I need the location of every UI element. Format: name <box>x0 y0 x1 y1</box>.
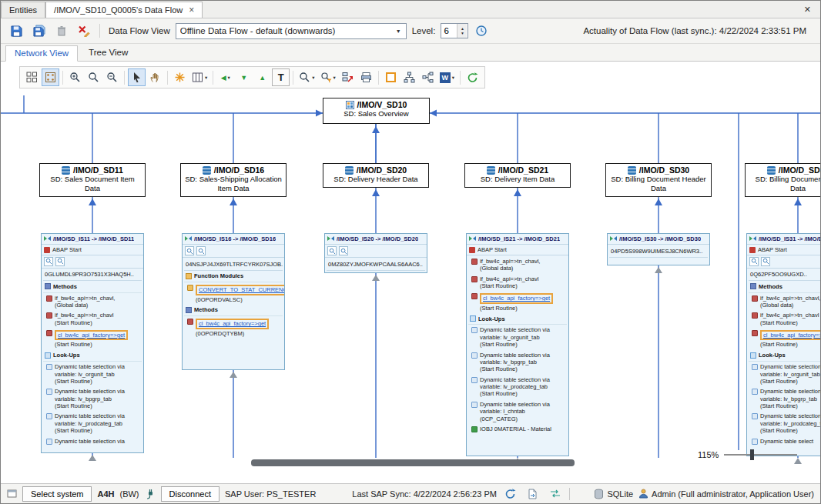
routine-link[interactable]: cl_bw4c_api_factory=>get <box>199 320 266 327</box>
entity-node[interactable]: /IMO/D_SD11SD: Sales Document Item Data <box>39 163 146 197</box>
jump-to-start-icon[interactable]: ◀▾ <box>216 68 234 86</box>
item-line: (Start Routine) <box>760 378 820 385</box>
lookup-icon <box>46 364 52 370</box>
item-line: variable: lv_bpgrp_tab <box>760 396 820 402</box>
method-icon <box>471 259 478 265</box>
horizontal-scrollbar[interactable] <box>251 459 575 466</box>
transformation-panel[interactable]: /IMO/SD_IS21 -> /IMO/D_SD21ABAP Startif_… <box>466 233 569 456</box>
admin-label: Admin (Full administrator, Application U… <box>652 489 814 499</box>
zoom-slider-thumb[interactable] <box>750 449 754 460</box>
delete-button[interactable] <box>52 22 71 41</box>
tab-network-view[interactable]: Network View <box>5 45 78 62</box>
compare-sync-button[interactable] <box>547 486 564 502</box>
tab-tree-view[interactable]: Tree View <box>79 45 137 61</box>
select-cursor-icon[interactable] <box>128 68 146 86</box>
entity-node[interactable]: /IMO/D_SD30SD: Billing Document Header D… <box>605 163 712 197</box>
save-all-button[interactable] <box>29 22 49 41</box>
filter-search-icon[interactable]: ▾ <box>318 68 338 86</box>
text-tool-icon[interactable]: T <box>272 68 290 86</box>
disconnect-button[interactable]: Disconnect <box>161 486 219 502</box>
tab-data-flow[interactable]: /IMO/V_SD10_Q0005's Data Flow × <box>45 2 203 18</box>
tab-entities[interactable]: Entities <box>1 2 45 18</box>
hierarchy-icon[interactable] <box>400 68 418 86</box>
export-document-button[interactable] <box>524 486 541 502</box>
adso-icon <box>203 166 211 175</box>
item-line: (Start Routine) <box>55 427 140 434</box>
tab-close-icon[interactable]: × <box>189 5 194 15</box>
lookup-icon <box>752 439 758 445</box>
zoom-in-icon[interactable] <box>66 68 84 86</box>
data-flow-view-select[interactable]: Offline Data Flow - default (downwards) … <box>176 23 407 39</box>
routine-link[interactable]: CONVERT_TO_STAT_CURRENCY <box>199 286 285 293</box>
composite-provider-icon <box>346 101 354 109</box>
panel-detail-icon[interactable] <box>196 246 206 255</box>
panel-zoom-icon[interactable] <box>749 257 759 266</box>
top-node[interactable]: /IMO/V_SD10SD: Sales Overview <box>323 98 430 124</box>
item-line: (Start Routine) <box>480 390 565 397</box>
network-diagram-canvas[interactable]: ▾ ◀▾ ▼ ▲ T ▾ ▾ W▾ 115% /IMO/V_SD10SD: Sa… <box>1 62 820 483</box>
spin-down-icon[interactable]: ▼ <box>461 31 464 35</box>
sync-refresh-button[interactable] <box>502 486 519 502</box>
sync-clock-icon[interactable] <box>471 22 491 41</box>
zoom-control: 115% <box>698 450 797 459</box>
word-export-icon[interactable]: W▾ <box>437 68 457 86</box>
chevron-down-icon: ▾ <box>312 75 314 81</box>
panel-zoom-icon[interactable] <box>185 246 194 255</box>
level-input[interactable] <box>441 24 457 38</box>
highlight-toggle-icon[interactable] <box>382 68 400 86</box>
search-icon[interactable]: ▾ <box>297 68 317 86</box>
method-item: if_bw4c_api=>tn_chavl,(Global data) <box>43 293 142 311</box>
panel-detail-icon[interactable] <box>339 246 348 255</box>
panel-zoom-icon[interactable] <box>327 246 337 255</box>
lookup-item: Dynamic table selection viavariable: lv_… <box>43 386 142 411</box>
hierarchy-alt-icon[interactable] <box>419 68 437 86</box>
save-button[interactable] <box>7 22 26 41</box>
panel-detail-icon[interactable] <box>761 257 770 266</box>
refresh-icon[interactable] <box>464 68 481 86</box>
print-icon[interactable] <box>357 68 375 86</box>
item-line: (Start Routine) <box>760 341 820 348</box>
zoom-out-icon[interactable] <box>103 68 121 86</box>
section-header: Function Modules <box>184 271 283 282</box>
lookup-icon <box>471 402 478 408</box>
entity-node[interactable]: /IMO/D_SD31SD: Billing Document Item Dat… <box>745 163 820 197</box>
pan-hand-icon[interactable] <box>146 68 164 86</box>
export-diagram-icon[interactable] <box>339 68 357 86</box>
item-line: (Start Routine) <box>480 305 565 312</box>
window-close-icon[interactable]: ✕ <box>795 5 820 15</box>
select-system-button[interactable]: Select system <box>22 486 92 502</box>
zoom-slider[interactable] <box>724 454 797 456</box>
method-item: cl_bw4c_api_factory=>get(Start Routine) <box>749 328 820 350</box>
routine-link[interactable]: cl_bw4c_api_factory=>get <box>58 332 125 339</box>
item-line: (Start Routine) <box>760 319 820 326</box>
collapse-all-icon[interactable]: ▼ <box>235 68 253 86</box>
tab-data-flow-label: /IMO/V_SD10_Q0005's Data Flow <box>54 5 183 15</box>
auto-layout-icon[interactable] <box>171 68 189 86</box>
panel-detail-icon[interactable] <box>55 257 65 266</box>
routine-link[interactable]: cl_bw4c_api_factory=>get <box>763 332 820 339</box>
database-status: SQLite <box>594 489 633 499</box>
routine-link[interactable]: cl_bw4c_api_factory=>get <box>483 295 550 302</box>
section-header: Look-Ups <box>43 350 142 362</box>
document-tab-bar: Entities /IMO/V_SD10_Q0005's Data Flow ×… <box>1 1 820 18</box>
transformation-panel[interactable]: /IMO/SD_IS20 -> /IMO/D_SD200MZ80ZYJMOFKW… <box>324 233 427 273</box>
grid-toggle-icon[interactable] <box>23 68 41 86</box>
panel-zoom-icon[interactable] <box>44 257 53 266</box>
snap-grid-icon[interactable] <box>42 68 59 86</box>
expand-all-icon[interactable]: ▲ <box>253 68 271 86</box>
level-stepper: ▲ ▼ <box>441 23 468 38</box>
entity-node[interactable]: /IMO/D_SD20SD: Delivery Header Data <box>323 163 429 188</box>
transformation-panel[interactable]: /IMO/SD_IS31 -> /IMO/D_SD31ABAP Start0Q6… <box>746 233 820 456</box>
entity-node[interactable]: /IMO/D_SD16SD: Sales-Shipping Allocation… <box>180 163 287 197</box>
transformation-panel[interactable]: /IMO/SD_IS11 -> /IMO/D_SD11ABAP Start0GL… <box>41 233 144 453</box>
zoom-reset-icon[interactable] <box>85 68 102 86</box>
columns-icon[interactable]: ▾ <box>189 68 209 86</box>
discard-sync-button[interactable] <box>74 22 93 41</box>
item-line: (Start Routine) <box>480 341 565 348</box>
transformation-panel[interactable]: /IMO/SD_IS30 -> /IMO/D_SD3004PD5S998W9UI… <box>607 233 710 265</box>
entity-node[interactable]: /IMO/D_SD21SD: Delivery Item Data <box>464 163 571 188</box>
lookup-item: Dynamic table selection viavariable: l_c… <box>468 399 567 424</box>
toolbar-separator <box>167 71 168 85</box>
level-spin-arrows[interactable]: ▲ ▼ <box>457 24 467 38</box>
transformation-panel[interactable]: /IMO/SD_IS16 -> /IMO/D_SD1604NSJPJ4JX69T… <box>182 233 285 370</box>
